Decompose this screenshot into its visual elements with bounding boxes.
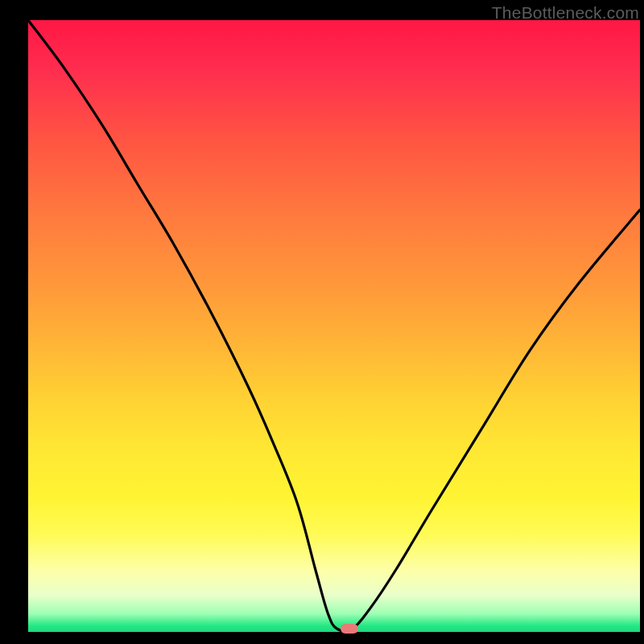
watermark-text: TheBottleneck.com — [492, 3, 639, 23]
minimum-marker — [341, 624, 358, 634]
bottleneck-curve — [28, 20, 640, 632]
chart-frame: TheBottleneck.com — [0, 0, 644, 644]
plot-area — [28, 20, 640, 632]
